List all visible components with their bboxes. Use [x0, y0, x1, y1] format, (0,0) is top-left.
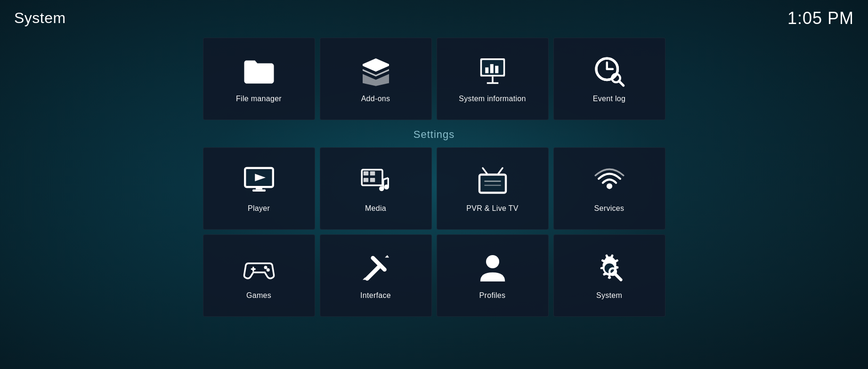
svg-line-17: [619, 81, 624, 86]
pvr-live-tv-icon: [476, 165, 509, 198]
main-container: File manager Add-ons: [199, 38, 670, 321]
tile-interface-label: Interface: [360, 291, 391, 300]
tile-event-log-label: Event log: [593, 95, 625, 103]
svg-rect-25: [370, 171, 375, 176]
svg-rect-8: [490, 64, 493, 73]
top-row: File manager Add-ons: [199, 38, 670, 120]
player-icon: [243, 165, 276, 198]
tile-player[interactable]: Player: [203, 147, 315, 230]
system-information-icon: [476, 55, 509, 88]
svg-rect-21: [256, 187, 262, 189]
svg-rect-22: [252, 189, 266, 191]
services-icon: [593, 165, 626, 198]
settings-row-1: Player Media: [199, 147, 670, 230]
tile-file-manager[interactable]: File manager: [203, 38, 315, 120]
tile-add-ons[interactable]: Add-ons: [320, 38, 432, 120]
tile-games[interactable]: Games: [203, 234, 315, 317]
file-manager-icon: [243, 55, 276, 88]
profiles-icon: [476, 252, 509, 285]
svg-point-42: [264, 265, 267, 269]
tile-system-information-label: System information: [459, 95, 526, 103]
tile-event-log[interactable]: Event log: [553, 38, 665, 120]
svg-rect-7: [485, 67, 488, 73]
tile-interface[interactable]: Interface: [320, 234, 432, 317]
tile-system-information[interactable]: System information: [437, 38, 549, 120]
svg-rect-34: [481, 176, 504, 191]
settings-section-label: Settings: [199, 128, 670, 141]
clock-display: 1:05 PM: [787, 8, 854, 28]
tile-pvr-live-tv[interactable]: PVR & Live TV: [437, 147, 549, 230]
tile-services[interactable]: Services: [553, 147, 665, 230]
svg-marker-47: [385, 255, 389, 257]
svg-rect-27: [370, 178, 375, 182]
interface-icon: [359, 252, 392, 285]
svg-rect-26: [363, 178, 368, 182]
svg-point-32: [384, 184, 389, 190]
svg-marker-0: [363, 58, 389, 72]
tile-file-manager-label: File manager: [236, 95, 282, 103]
tile-player-label: Player: [248, 204, 270, 213]
tile-pvr-live-tv-label: PVR & Live TV: [466, 204, 518, 213]
tile-media-label: Media: [365, 204, 386, 213]
svg-rect-9: [495, 65, 498, 73]
svg-rect-24: [363, 171, 368, 176]
tile-profiles[interactable]: Profiles: [437, 234, 549, 317]
svg-point-39: [606, 183, 612, 189]
tile-add-ons-label: Add-ons: [361, 95, 390, 103]
system-icon: [593, 252, 626, 285]
page-title: System: [14, 9, 66, 27]
svg-point-43: [266, 268, 269, 272]
event-log-icon: [593, 55, 626, 88]
settings-row-2: Games Interface: [199, 234, 670, 317]
tile-profiles-label: Profiles: [479, 291, 506, 300]
tile-system-label: System: [596, 291, 622, 300]
games-icon: [243, 252, 276, 285]
svg-point-48: [486, 255, 499, 268]
svg-point-31: [379, 186, 384, 191]
add-ons-icon: [359, 55, 392, 88]
media-icon: [359, 165, 392, 198]
tile-games-label: Games: [246, 291, 271, 300]
tile-services-label: Services: [594, 204, 625, 213]
tile-media[interactable]: Media: [320, 147, 432, 230]
tile-system[interactable]: System: [553, 234, 665, 317]
